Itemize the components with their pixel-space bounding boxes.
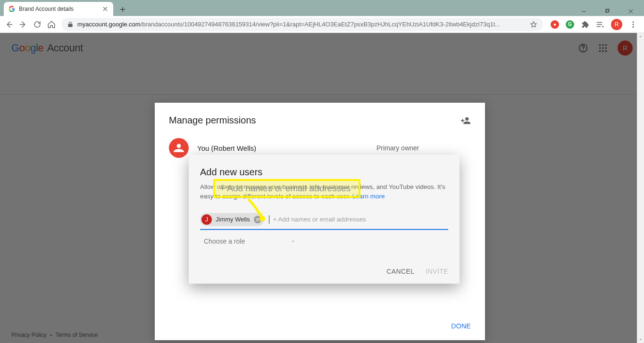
- panel-title: Manage permissions: [169, 115, 256, 126]
- done-button[interactable]: DONE: [451, 322, 471, 330]
- user-name: You (Robert Wells): [197, 144, 368, 152]
- svg-rect-1: [606, 9, 609, 12]
- svg-rect-0: [606, 10, 609, 13]
- scroll-down-icon[interactable]: [638, 337, 643, 342]
- browser-toolbar: myaccount.google.com/brandaccounts/10049…: [0, 16, 644, 33]
- chip-remove-icon[interactable]: [254, 216, 261, 223]
- scroll-up-icon[interactable]: [638, 34, 643, 39]
- chip-name: Jimmy Wells: [216, 216, 250, 223]
- user-chip: J Jimmy Wells: [200, 213, 264, 226]
- modal-description: Allow others to manage your business inf…: [200, 182, 448, 202]
- extension-icons: ● G R: [549, 19, 639, 30]
- chip-avatar: J: [201, 214, 212, 225]
- new-tab-button[interactable]: [116, 3, 129, 16]
- close-tab-icon[interactable]: [102, 6, 109, 12]
- text-cursor: [269, 215, 269, 224]
- role-select-label: Choose a role: [204, 237, 245, 245]
- lock-icon: [67, 21, 74, 28]
- extension-red-icon[interactable]: ●: [551, 20, 559, 29]
- window-controls: [577, 4, 644, 16]
- chevron-down-icon: [291, 238, 295, 244]
- svg-point-4: [633, 24, 634, 25]
- close-window-button[interactable]: [624, 7, 637, 16]
- page: Google Account R Privacy Policy Terms of…: [0, 33, 644, 343]
- reading-list-icon[interactable]: [596, 20, 604, 29]
- svg-point-2: [602, 26, 604, 27]
- user-avatar-icon: [169, 138, 189, 158]
- svg-point-5: [633, 26, 634, 27]
- forward-button[interactable]: [19, 20, 27, 29]
- modal-title: Add new users: [200, 167, 448, 178]
- minimize-button[interactable]: [577, 7, 590, 16]
- titlebar: Brand Account details: [0, 0, 644, 16]
- extension-green-icon[interactable]: G: [566, 20, 574, 29]
- add-people-icon[interactable]: [460, 115, 471, 126]
- add-users-modal: Add new users Allow others to manage you…: [189, 155, 460, 284]
- maximize-button[interactable]: [601, 7, 614, 16]
- browser-tab[interactable]: Brand Account details: [4, 2, 113, 16]
- address-bar[interactable]: myaccount.google.com/brandaccounts/10049…: [61, 18, 543, 31]
- profile-avatar[interactable]: R: [611, 19, 622, 30]
- tab-title: Brand Account details: [19, 6, 98, 12]
- cancel-button[interactable]: CANCEL: [386, 268, 414, 275]
- invite-button[interactable]: INVITE: [426, 268, 448, 275]
- browser-window: Brand Account details myaccount.google.c…: [0, 0, 644, 343]
- names-input-placeholder: + Add names or email addresses: [273, 216, 366, 223]
- google-favicon-icon: [8, 6, 15, 12]
- url-text: myaccount.google.com/brandaccounts/10049…: [77, 21, 526, 28]
- kebab-menu-icon[interactable]: [629, 20, 637, 29]
- home-button[interactable]: [47, 20, 56, 29]
- extensions-icon[interactable]: [581, 20, 589, 29]
- page-scrollbar[interactable]: [637, 33, 644, 343]
- modal-actions: CANCEL INVITE: [200, 268, 448, 275]
- star-icon[interactable]: [530, 21, 537, 28]
- names-input-row[interactable]: J Jimmy Wells + Add names or email addre…: [200, 210, 448, 230]
- user-role: Primary owner: [376, 144, 471, 152]
- reload-button[interactable]: [33, 20, 42, 29]
- role-select[interactable]: Choose a role: [200, 234, 299, 249]
- svg-point-3: [633, 21, 634, 23]
- learn-more-link[interactable]: Learn more: [352, 193, 385, 200]
- back-button[interactable]: [5, 20, 13, 29]
